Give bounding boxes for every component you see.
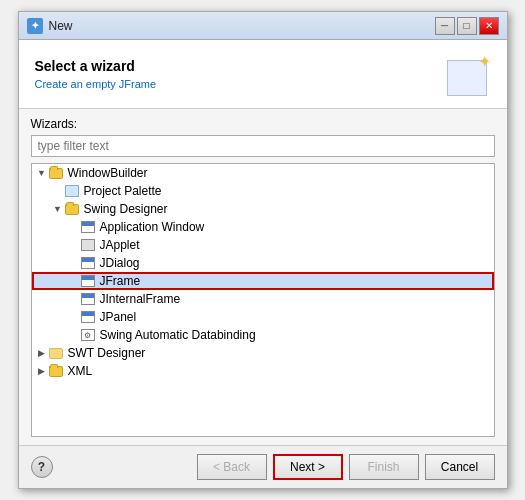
arrow-swing-designer: ▼ <box>52 203 64 215</box>
window-title: New <box>49 19 73 33</box>
dialog-subtitle: Create an empty JFrame <box>35 78 157 90</box>
label-jinternalframe: JInternalFrame <box>100 292 181 306</box>
palette-icon-project <box>64 183 80 199</box>
finish-button[interactable]: Finish <box>349 454 419 480</box>
tree-item-swing-designer[interactable]: ▼ Swing Designer <box>32 200 494 218</box>
window-icon: ✦ <box>27 18 43 34</box>
title-bar: ✦ New ─ □ ✕ <box>19 12 507 40</box>
header-icon: ✦ <box>447 52 491 96</box>
wizards-label: Wizards: <box>31 117 495 131</box>
tree-item-jinternalframe[interactable]: ▶ JInternalFrame <box>32 290 494 308</box>
window-icon-jdialog <box>80 255 96 271</box>
label-jdialog: JDialog <box>100 256 140 270</box>
minimize-button[interactable]: ─ <box>435 17 455 35</box>
tree-item-swing-databinding[interactable]: ▶ ⚙ Swing Automatic Databinding <box>32 326 494 344</box>
folder-icon-swing <box>64 201 80 217</box>
window-icon-jpanel <box>80 309 96 325</box>
label-swing-databinding: Swing Automatic Databinding <box>100 328 256 342</box>
tree-item-jdialog[interactable]: ▶ JDialog <box>32 254 494 272</box>
swing-icon-databinding: ⚙ <box>80 327 96 343</box>
header-text: Select a wizard Create an empty JFrame <box>35 58 157 90</box>
footer-buttons: < Back Next > Finish Cancel <box>197 454 495 480</box>
folder-icon-windowbuilder <box>48 165 64 181</box>
tree-item-jframe[interactable]: ▶ JFrame <box>32 272 494 290</box>
tree-item-japplet[interactable]: ▶ JApplet <box>32 236 494 254</box>
label-japplet: JApplet <box>100 238 140 252</box>
label-swt-designer: SWT Designer <box>68 346 146 360</box>
tree-item-project-palette[interactable]: ▶ Project Palette <box>32 182 494 200</box>
tree-item-xml[interactable]: ▶ XML <box>32 362 494 380</box>
dialog-title: Select a wizard <box>35 58 157 74</box>
arrow-windowbuilder: ▼ <box>36 167 48 179</box>
help-button[interactable]: ? <box>31 456 53 478</box>
tree-container[interactable]: ▼ WindowBuilder ▶ Project Palette ▼ Swin… <box>31 163 495 437</box>
header-section: Select a wizard Create an empty JFrame ✦ <box>19 40 507 109</box>
window-icon-app <box>80 219 96 235</box>
window-icon-jinternalframe <box>80 291 96 307</box>
back-button[interactable]: < Back <box>197 454 267 480</box>
arrow-xml: ▶ <box>36 365 48 377</box>
folder-icon-xml <box>48 363 64 379</box>
tree-item-windowbuilder[interactable]: ▼ WindowBuilder <box>32 164 494 182</box>
content-area: Wizards: ▼ WindowBuilder ▶ Project Palet… <box>19 109 507 445</box>
label-jpanel: JPanel <box>100 310 137 324</box>
tree-item-application-window[interactable]: ▶ Application Window <box>32 218 494 236</box>
tree-item-jpanel[interactable]: ▶ JPanel <box>32 308 494 326</box>
label-jframe: JFrame <box>100 274 141 288</box>
label-windowbuilder: WindowBuilder <box>68 166 148 180</box>
label-project-palette: Project Palette <box>84 184 162 198</box>
label-swing-designer: Swing Designer <box>84 202 168 216</box>
star-icon: ✦ <box>478 52 491 71</box>
maximize-button[interactable]: □ <box>457 17 477 35</box>
cancel-button[interactable]: Cancel <box>425 454 495 480</box>
label-application-window: Application Window <box>100 220 205 234</box>
window-icon-jframe <box>80 273 96 289</box>
window-icon-japplet <box>80 237 96 253</box>
main-window: ✦ New ─ □ ✕ Select a wizard Create an em… <box>18 11 508 489</box>
next-button[interactable]: Next > <box>273 454 343 480</box>
title-controls: ─ □ ✕ <box>435 17 499 35</box>
folder-icon-swt <box>48 345 64 361</box>
tree-item-swt-designer[interactable]: ▶ SWT Designer <box>32 344 494 362</box>
label-xml: XML <box>68 364 93 378</box>
footer: ? < Back Next > Finish Cancel <box>19 445 507 488</box>
close-button[interactable]: ✕ <box>479 17 499 35</box>
footer-left: ? <box>31 456 53 478</box>
arrow-swt-designer: ▶ <box>36 347 48 359</box>
title-bar-left: ✦ New <box>27 18 73 34</box>
filter-input[interactable] <box>31 135 495 157</box>
